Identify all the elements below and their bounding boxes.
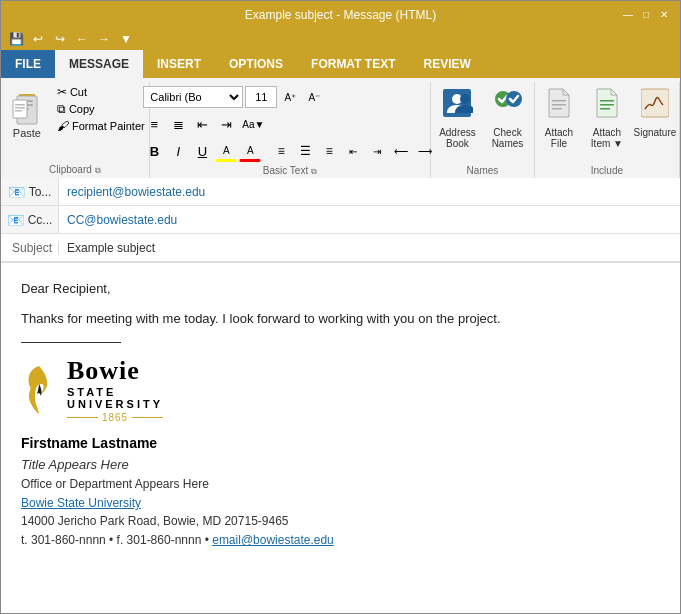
tab-review[interactable]: REVIEW: [409, 50, 484, 78]
svg-rect-8: [15, 110, 22, 112]
increase-indent2-button[interactable]: ⇥: [366, 140, 388, 162]
attach-item-icon: [593, 87, 621, 125]
svg-rect-14: [552, 100, 566, 102]
include-group: AttachFile AttachItem ▼: [535, 82, 680, 178]
format-painter-label: Format Painter: [72, 120, 145, 132]
paste-button[interactable]: Paste: [2, 84, 52, 144]
tab-insert[interactable]: INSERT: [143, 50, 215, 78]
font-color-button[interactable]: A: [239, 140, 261, 162]
increase-indent-button[interactable]: ⇥: [215, 113, 237, 135]
address-book-label: AddressBook: [439, 127, 476, 149]
bowie-flame-icon: [21, 364, 57, 416]
subject-value[interactable]: Example subject: [59, 241, 680, 255]
grow-font-button[interactable]: A⁺: [279, 86, 301, 108]
undo-icon[interactable]: ↩: [29, 30, 47, 48]
include-label: Include: [591, 162, 623, 178]
svg-rect-17: [600, 100, 614, 102]
check-names-icon: [491, 87, 523, 125]
font-row1: Calibri (Bo A⁺ A⁻: [143, 86, 436, 108]
font-name-select[interactable]: Calibri (Bo: [143, 86, 243, 108]
clipboard-group-content: Paste ✂ Cut ⧉ Copy 🖌 Format Painter: [2, 84, 148, 161]
title-bar: Example subject - Message (HTML) — □ ✕: [1, 1, 680, 29]
italic-button[interactable]: I: [167, 140, 189, 162]
decrease-indent-button[interactable]: ⇤: [191, 113, 213, 135]
include-group-content: AttachFile AttachItem ▼: [536, 84, 678, 162]
greeting: Dear Recipient,: [21, 279, 660, 299]
font-size-input[interactable]: [245, 86, 277, 108]
clipboard-expand-icon[interactable]: ⧉: [95, 166, 101, 175]
attach-item-button[interactable]: AttachItem ▼: [584, 84, 630, 152]
signature-button[interactable]: Signature: [632, 84, 678, 141]
bowie-text-block: Bowie STATE UNIVERSITY 1865: [67, 357, 163, 423]
paste-label: Paste: [13, 127, 41, 139]
to-button[interactable]: 📧 To...: [1, 178, 59, 205]
svg-point-11: [460, 94, 470, 104]
back-arrow-icon[interactable]: ←: [73, 30, 91, 48]
sig-name: Firstname Lastname: [21, 433, 660, 454]
attach-file-label: AttachFile: [545, 127, 573, 149]
tab-message[interactable]: MESSAGE: [55, 50, 143, 78]
svg-rect-18: [600, 104, 614, 106]
tab-file[interactable]: FILE: [1, 50, 55, 78]
cc-button[interactable]: 📧 Cc...: [1, 206, 59, 233]
signature-divider: [21, 342, 121, 343]
formatting-row: B I U A A ≡ ☰ ≡ ⇤ ⇥ ⟵ ⟶: [143, 140, 436, 162]
cc-value[interactable]: CC@bowiestate.edu: [59, 213, 680, 227]
cut-button[interactable]: ✂ Cut: [54, 84, 148, 100]
sig-title: Title Appears Here: [21, 455, 660, 475]
underline-button[interactable]: U: [191, 140, 213, 162]
more-icon[interactable]: ▼: [117, 30, 135, 48]
attach-item-label: AttachItem ▼: [591, 127, 623, 149]
to-value[interactable]: recipient@bowiestate.edu: [59, 185, 680, 199]
copy-button[interactable]: ⧉ Copy: [54, 101, 148, 117]
attach-file-button[interactable]: AttachFile: [536, 84, 582, 152]
maximize-button[interactable]: □: [638, 7, 654, 23]
align-left-button[interactable]: ≡: [270, 140, 292, 162]
clipboard-group: Paste ✂ Cut ⧉ Copy 🖌 Format Painter: [1, 82, 150, 178]
format-painter-button[interactable]: 🖌 Format Painter: [54, 118, 148, 134]
quick-access-toolbar: 💾 ↩ ↪ ← → ▼: [1, 29, 680, 51]
rtl-button[interactable]: ⟵: [390, 140, 412, 162]
tab-format-text[interactable]: FORMAT TEXT: [297, 50, 409, 78]
to-field-row: 📧 To... recipient@bowiestate.edu: [1, 178, 680, 206]
paste-icon: [11, 89, 43, 127]
redo-icon[interactable]: ↪: [51, 30, 69, 48]
bowie-state-text: STATE: [67, 386, 163, 398]
names-group-content: AddressBook CheckNames: [434, 84, 530, 162]
sig-contact: t. 301-860-nnnn • f. 301-860-nnnn • emai…: [21, 531, 660, 549]
signature-label: Signature: [634, 127, 677, 138]
bowie-university-text: UNIVERSITY: [67, 398, 163, 410]
cc-send-icon: 📧: [7, 212, 24, 228]
bullets-button[interactable]: ≡: [143, 113, 165, 135]
save-icon[interactable]: 💾: [7, 30, 25, 48]
sig-email-link[interactable]: email@bowiestate.edu: [212, 533, 334, 547]
check-names-button[interactable]: CheckNames: [484, 84, 530, 152]
email-body[interactable]: Dear Recipient, Thanks for meeting with …: [1, 263, 680, 613]
bowie-name: Bowie: [67, 357, 163, 386]
minimize-button[interactable]: —: [620, 7, 636, 23]
send-icon: 📧: [8, 184, 25, 200]
highlight-button[interactable]: A: [215, 140, 237, 162]
subject-field-row: Subject Example subject: [1, 234, 680, 262]
basic-text-expand-icon[interactable]: ⧉: [311, 167, 317, 176]
window-controls: — □ ✕: [620, 7, 672, 23]
bold-button[interactable]: B: [143, 140, 165, 162]
names-group: AddressBook CheckNames Names: [431, 82, 535, 178]
close-button[interactable]: ✕: [656, 7, 672, 23]
align-right-button[interactable]: ≡: [318, 140, 340, 162]
align-center-button[interactable]: ☰: [294, 140, 316, 162]
signature-icon: [641, 87, 669, 125]
ribbon: Paste ✂ Cut ⧉ Copy 🖌 Format Painter: [1, 78, 680, 178]
numbering-button[interactable]: ≣: [167, 113, 189, 135]
address-book-button[interactable]: AddressBook: [434, 84, 480, 152]
sig-univ-link[interactable]: Bowie State University: [21, 494, 660, 512]
forward-arrow-icon[interactable]: →: [95, 30, 113, 48]
tab-options[interactable]: OPTIONS: [215, 50, 297, 78]
shrink-font-button[interactable]: A⁻: [303, 86, 325, 108]
window-title: Example subject - Message (HTML): [245, 8, 436, 22]
styles-button[interactable]: Aa▼: [239, 113, 267, 135]
left-line: [67, 417, 98, 418]
decrease-indent2-button[interactable]: ⇤: [342, 140, 364, 162]
sig-addr: 14000 Jericho Park Road, Bowie, MD 20715…: [21, 512, 660, 530]
cut-icon: ✂: [57, 85, 67, 99]
